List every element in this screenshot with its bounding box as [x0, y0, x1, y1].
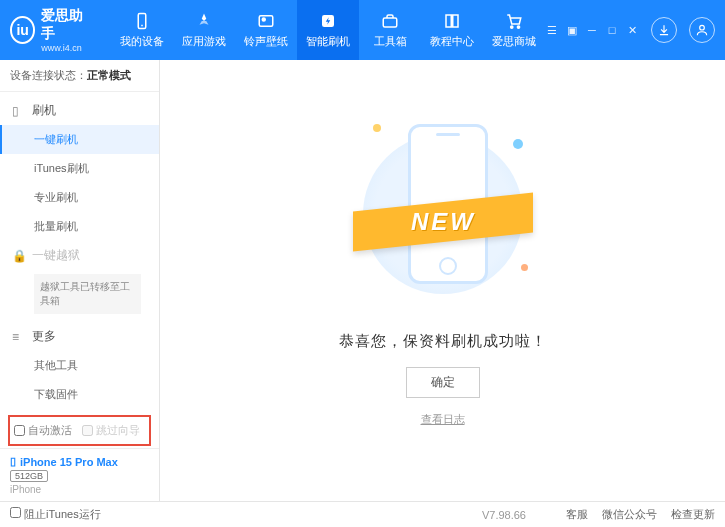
- sidebar-item-pro[interactable]: 专业刷机: [0, 183, 159, 212]
- skin-icon[interactable]: ▣: [565, 23, 579, 37]
- minimize-icon[interactable]: ─: [585, 23, 599, 37]
- toolbox-icon: [380, 11, 400, 31]
- phone-small-icon: ▯: [12, 104, 26, 118]
- logo-icon: iu: [10, 16, 35, 44]
- group-flash[interactable]: ▯刷机: [0, 96, 159, 125]
- device-name: iPhone 15 Pro Max: [20, 456, 118, 468]
- app-url: www.i4.cn: [41, 43, 91, 53]
- status-bar: 阻止iTunes运行 V7.98.66 客服 微信公众号 检查更新: [0, 501, 725, 527]
- image-icon: [256, 11, 276, 31]
- wechat-link[interactable]: 微信公众号: [602, 507, 657, 522]
- download-button[interactable]: [651, 17, 677, 43]
- success-message: 恭喜您，保资料刷机成功啦！: [339, 332, 547, 351]
- group-jailbreak[interactable]: 🔒一键越狱: [0, 241, 159, 270]
- menu-icon[interactable]: ☰: [545, 23, 559, 37]
- device-capacity: 512GB: [10, 470, 48, 482]
- device-type: iPhone: [10, 484, 149, 495]
- block-itunes-checkbox[interactable]: 阻止iTunes运行: [10, 507, 101, 522]
- window-controls: ☰ ▣ ─ □ ✕: [545, 17, 715, 43]
- device-info[interactable]: ▯iPhone 15 Pro Max 512GB iPhone: [0, 448, 159, 501]
- sidebar-item-advanced[interactable]: 高级功能: [0, 409, 159, 413]
- update-link[interactable]: 检查更新: [671, 507, 715, 522]
- svg-point-7: [517, 26, 519, 28]
- jailbreak-note: 越狱工具已转移至工具箱: [34, 274, 141, 314]
- nav-store[interactable]: 爱思商城: [483, 0, 545, 60]
- group-more[interactable]: ≡更多: [0, 322, 159, 351]
- ok-button[interactable]: 确定: [406, 367, 480, 398]
- auto-activate-checkbox[interactable]: 自动激活: [14, 423, 72, 438]
- cart-icon: [504, 11, 524, 31]
- sidebar-item-itunes[interactable]: iTunes刷机: [0, 154, 159, 183]
- close-icon[interactable]: ✕: [625, 23, 639, 37]
- svg-rect-2: [259, 16, 273, 27]
- maximize-icon[interactable]: □: [605, 23, 619, 37]
- svg-point-3: [262, 18, 265, 21]
- success-illustration: NEW: [353, 114, 533, 314]
- nav-ringtones[interactable]: 铃声壁纸: [235, 0, 297, 60]
- svg-rect-5: [383, 18, 397, 27]
- nav-flash[interactable]: 智能刷机: [297, 0, 359, 60]
- options-box: 自动激活 跳过向导: [8, 415, 151, 446]
- top-nav: 我的设备 应用游戏 铃声壁纸 智能刷机 工具箱 教程中心 爱思商城: [111, 0, 545, 60]
- support-link[interactable]: 客服: [566, 507, 588, 522]
- version-label: V7.98.66: [482, 509, 526, 521]
- sidebar-item-other[interactable]: 其他工具: [0, 351, 159, 380]
- nav-toolbox[interactable]: 工具箱: [359, 0, 421, 60]
- sidebar-item-download[interactable]: 下载固件: [0, 380, 159, 409]
- view-log-link[interactable]: 查看日志: [421, 412, 465, 427]
- sidebar-item-batch[interactable]: 批量刷机: [0, 212, 159, 241]
- rocket-icon: [194, 11, 214, 31]
- svg-point-8: [700, 25, 705, 30]
- list-icon: ≡: [12, 330, 26, 344]
- book-icon: [442, 11, 462, 31]
- sidebar-item-oneclick[interactable]: 一键刷机: [0, 125, 159, 154]
- title-bar: iu 爱思助手 www.i4.cn 我的设备 应用游戏 铃声壁纸 智能刷机 工具…: [0, 0, 725, 60]
- app-logo: iu 爱思助手 www.i4.cn: [10, 7, 91, 53]
- svg-point-6: [511, 26, 513, 28]
- device-small-icon: ▯: [10, 455, 16, 468]
- skip-setup-checkbox[interactable]: 跳过向导: [82, 423, 140, 438]
- nav-tutorials[interactable]: 教程中心: [421, 0, 483, 60]
- main-content: NEW 恭喜您，保资料刷机成功啦！ 确定 查看日志: [160, 60, 725, 501]
- user-button[interactable]: [689, 17, 715, 43]
- phone-icon: [132, 11, 152, 31]
- flash-icon: [318, 11, 338, 31]
- lock-icon: 🔒: [12, 249, 26, 263]
- app-name: 爱思助手: [41, 7, 91, 43]
- nav-apps[interactable]: 应用游戏: [173, 0, 235, 60]
- connection-status: 设备连接状态：正常模式: [0, 60, 159, 92]
- nav-my-device[interactable]: 我的设备: [111, 0, 173, 60]
- sidebar: 设备连接状态：正常模式 ▯刷机 一键刷机 iTunes刷机 专业刷机 批量刷机 …: [0, 60, 160, 501]
